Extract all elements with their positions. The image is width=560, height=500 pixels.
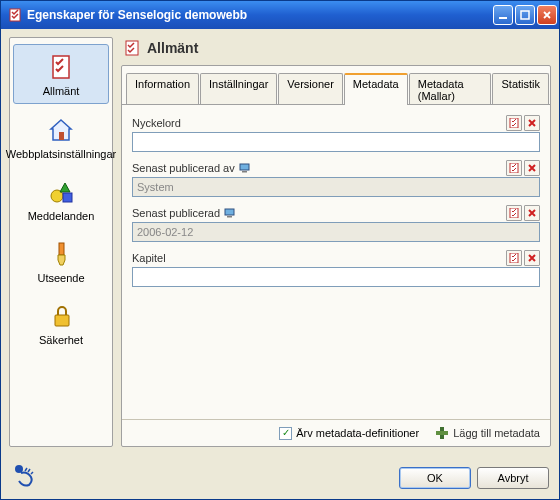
- svg-rect-13: [240, 164, 249, 170]
- field-delete-button[interactable]: [524, 205, 540, 221]
- senast-publicerad-av-input: [132, 177, 540, 197]
- computer-icon: [239, 163, 251, 173]
- inherit-metadata-checkbox[interactable]: ✓ Ärv metadata-definitioner: [279, 427, 419, 440]
- field-senast-publicerad: Senast publicerad: [132, 205, 540, 242]
- house-icon: [45, 114, 77, 146]
- brush-icon: [45, 238, 77, 270]
- field-label: Nyckelord: [132, 117, 181, 129]
- svg-rect-16: [225, 209, 234, 215]
- minimize-button[interactable]: [493, 5, 513, 25]
- svg-rect-1: [499, 17, 507, 19]
- cancel-button[interactable]: Avbryt: [477, 467, 549, 489]
- field-nyckelord: Nyckelord: [132, 115, 540, 152]
- svg-rect-14: [242, 171, 247, 173]
- titlebar[interactable]: Egenskaper för Senselogic demowebb: [1, 1, 559, 29]
- svg-rect-18: [510, 208, 518, 218]
- field-label: Senast publicerad: [132, 207, 236, 219]
- tab-label: Statistik: [501, 78, 540, 90]
- dialog-footer: OK Avbryt: [1, 455, 559, 499]
- checklist-icon: [123, 39, 141, 57]
- window-title: Egenskaper för Senselogic demowebb: [27, 8, 493, 22]
- footer-buttons: OK Avbryt: [399, 467, 549, 489]
- field-options-button[interactable]: [506, 160, 522, 176]
- tab-label: Metadata: [353, 78, 399, 90]
- svg-rect-9: [59, 243, 64, 255]
- panel-footer: ✓ Ärv metadata-definitioner Lägg till me…: [122, 419, 550, 446]
- tab-label: Inställningar: [209, 78, 268, 90]
- svg-rect-5: [59, 132, 64, 140]
- computer-icon: [224, 208, 236, 218]
- page-title: Allmänt: [147, 40, 198, 56]
- svg-rect-17: [227, 216, 232, 218]
- dialog-body: Allmänt Webbplatsinställningar Meddeland…: [1, 29, 559, 455]
- tab-installningar[interactable]: Inställningar: [200, 73, 277, 105]
- titlebar-buttons: [493, 5, 557, 25]
- plus-icon: [435, 426, 449, 440]
- shapes-icon: [45, 176, 77, 208]
- sidebar-item-label: Meddelanden: [28, 210, 95, 222]
- tab-bar: Information Inställningar Versioner Meta…: [122, 72, 550, 104]
- maximize-button[interactable]: [515, 5, 535, 25]
- page-header: Allmänt: [121, 37, 551, 65]
- svg-marker-7: [60, 183, 70, 192]
- svg-rect-10: [55, 315, 69, 326]
- sidebar-item-label: Webbplatsinställningar: [6, 148, 116, 160]
- kapitel-input[interactable]: [132, 267, 540, 287]
- svg-rect-11: [126, 41, 138, 55]
- field-label: Senast publicerad av: [132, 162, 251, 174]
- sidebar-item-sakerhet[interactable]: Säkerhet: [13, 294, 109, 352]
- checklist-icon: [45, 51, 77, 83]
- ok-button[interactable]: OK: [399, 467, 471, 489]
- field-kapitel: Kapitel: [132, 250, 540, 287]
- svg-rect-12: [510, 118, 518, 128]
- svg-rect-19: [510, 253, 518, 263]
- sidebar-item-label: Allmänt: [43, 85, 80, 97]
- field-options-button[interactable]: [506, 205, 522, 221]
- app-icon: [7, 7, 23, 23]
- svg-rect-0: [10, 9, 20, 21]
- tab-label: Versioner: [287, 78, 333, 90]
- tab-statistik[interactable]: Statistik: [492, 73, 549, 105]
- tab-information[interactable]: Information: [126, 73, 199, 105]
- nyckelord-input[interactable]: [132, 132, 540, 152]
- field-delete-button[interactable]: [524, 160, 540, 176]
- field-senast-publicerad-av: Senast publicerad av: [132, 160, 540, 197]
- sidebar-item-label: Utseende: [37, 272, 84, 284]
- checkbox-label: Ärv metadata-definitioner: [296, 427, 419, 439]
- checkbox-icon: ✓: [279, 427, 292, 440]
- add-metadata-label: Lägg till metadata: [453, 427, 540, 439]
- tab-label: Information: [135, 78, 190, 90]
- sidebar-item-utseende[interactable]: Utseende: [13, 232, 109, 290]
- tab-content: Nyckelord Senast publicerad av: [122, 104, 550, 419]
- field-label: Kapitel: [132, 252, 166, 264]
- svg-rect-21: [436, 431, 448, 435]
- content-panel: Information Inställningar Versioner Meta…: [121, 65, 551, 447]
- sidebar-item-webbplats[interactable]: Webbplatsinställningar: [13, 108, 109, 166]
- add-metadata-button[interactable]: Lägg till metadata: [435, 426, 540, 440]
- tab-metadata[interactable]: Metadata: [344, 73, 408, 105]
- svg-rect-2: [521, 11, 529, 19]
- field-delete-button[interactable]: [524, 250, 540, 266]
- field-delete-button[interactable]: [524, 115, 540, 131]
- hand-logo-icon: [11, 461, 39, 489]
- sidebar: Allmänt Webbplatsinställningar Meddeland…: [9, 37, 113, 447]
- svg-rect-8: [63, 193, 72, 202]
- field-options-button[interactable]: [506, 250, 522, 266]
- sidebar-item-meddelanden[interactable]: Meddelanden: [13, 170, 109, 228]
- tab-versioner[interactable]: Versioner: [278, 73, 342, 105]
- close-button[interactable]: [537, 5, 557, 25]
- sidebar-item-allmant[interactable]: Allmänt: [13, 44, 109, 104]
- dialog-window: Egenskaper för Senselogic demowebb Allmä…: [0, 0, 560, 500]
- svg-rect-15: [510, 163, 518, 173]
- field-options-button[interactable]: [506, 115, 522, 131]
- tab-metadata-mallar[interactable]: Metadata (Mallar): [409, 73, 492, 105]
- senast-publicerad-input: [132, 222, 540, 242]
- sidebar-item-label: Säkerhet: [39, 334, 83, 346]
- lock-icon: [45, 300, 77, 332]
- main-area: Allmänt Information Inställningar Versio…: [121, 37, 551, 447]
- tab-label: Metadata (Mallar): [418, 78, 464, 102]
